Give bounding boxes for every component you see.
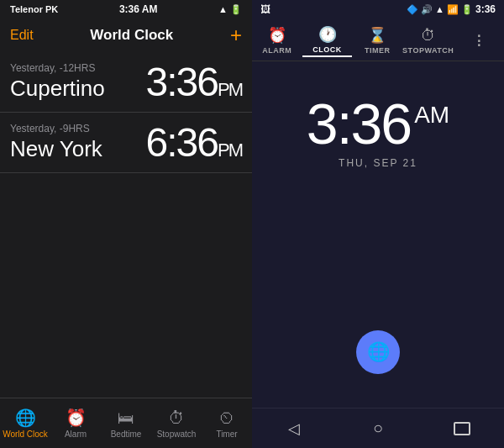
ios-nav-bar: Edit World Clock +: [0, 18, 252, 52]
newyork-ampm: PM: [218, 140, 242, 161]
android-clock-icon: 🕐: [318, 25, 337, 44]
android-volume-icon: 🔊: [421, 4, 433, 15]
world-clock-list: Yesterday, -12HRS Cupertino 3:36PM Yeste…: [0, 52, 252, 398]
battery-icon: 🔋: [230, 4, 242, 15]
status-time: 3:36 AM: [119, 3, 158, 15]
android-battery-icon: 🔋: [461, 4, 473, 15]
android-time-display: 3:36 AM: [307, 95, 449, 152]
tab-world-clock[interactable]: 🌐 World Clock: [0, 408, 50, 439]
tab-timer[interactable]: ⏲ Timer: [202, 408, 252, 439]
android-photo-icon: 🖼: [260, 3, 270, 15]
timer-icon: ⏲: [218, 408, 235, 428]
world-clock-title: World Clock: [90, 27, 173, 44]
home-button[interactable]: ○: [353, 419, 403, 438]
status-icons: ▲ 🔋: [218, 4, 242, 15]
bedtime-icon: 🛏: [118, 408, 134, 428]
newyork-city: New York: [10, 136, 102, 162]
add-clock-button[interactable]: +: [230, 25, 242, 45]
android-tab-clock[interactable]: 🕐 CLOCK: [302, 24, 353, 57]
android-clock-label: CLOCK: [312, 45, 342, 54]
ios-status-bar: Telenor PK 3:36 AM ▲ 🔋: [0, 0, 252, 18]
tab-alarm[interactable]: ⏰ Alarm: [50, 408, 101, 439]
carrier-label: Telenor PK: [10, 4, 58, 14]
ios-tab-bar: 🌐 World Clock ⏰ Alarm 🛏 Bedtime ⏱ Stopwa…: [0, 398, 252, 448]
android-fab[interactable]: 🌐: [356, 330, 400, 374]
cupertino-time: 3:36PM: [146, 59, 242, 105]
android-ampm-value: AM: [414, 103, 449, 127]
clock-item-cupertino: Yesterday, -12HRS Cupertino 3:36PM: [0, 52, 252, 113]
recent-button[interactable]: [437, 422, 487, 435]
right-panel: 🖼 🔷 🔊 ▲ 📶 🔋 3:36 ⏰ ALARM 🕐 CLOCK ⌛ TIMER…: [252, 0, 504, 448]
timer-tab-label: Timer: [216, 430, 237, 439]
stopwatch-tab-label: Stopwatch: [157, 430, 197, 439]
newyork-offset: Yesterday, -9HRS: [10, 123, 102, 134]
fab-globe-icon: 🌐: [367, 341, 390, 363]
tab-bedtime[interactable]: 🛏 Bedtime: [101, 408, 151, 439]
android-tab-stopwatch[interactable]: ⏱ STOPWATCH: [402, 25, 454, 56]
android-bluetooth-icon: 🔷: [407, 4, 418, 15]
back-icon: ◁: [288, 419, 300, 438]
android-nav-tabs: ⏰ ALARM 🕐 CLOCK ⌛ TIMER ⏱ STOPWATCH ⋮: [252, 18, 504, 61]
android-alarm-label: ALARM: [262, 46, 291, 55]
android-signal-icon: 📶: [447, 4, 459, 15]
wifi-icon: ▲: [218, 4, 228, 14]
cupertino-offset: Yesterday, -12HRS: [10, 62, 105, 74]
android-date: THU, SEP 21: [339, 157, 417, 169]
world-clock-icon: 🌐: [15, 408, 36, 428]
back-button[interactable]: ◁: [269, 419, 319, 438]
edit-button[interactable]: Edit: [10, 28, 34, 43]
android-tab-timer[interactable]: ⌛ TIMER: [352, 24, 402, 56]
newyork-time: 6:36PM: [146, 119, 242, 166]
android-status-bar: 🖼 🔷 🔊 ▲ 📶 🔋 3:36: [252, 0, 504, 18]
stopwatch-icon: ⏱: [168, 408, 185, 428]
alarm-icon: ⏰: [66, 408, 87, 428]
android-stopwatch-icon: ⏱: [421, 27, 436, 45]
newyork-time-value: 6:36: [146, 120, 218, 165]
android-wifi-icon: ▲: [435, 4, 444, 14]
cupertino-time-value: 3:36: [146, 60, 218, 104]
clock-item-newyork: Yesterday, -9HRS New York 6:36PM: [0, 113, 252, 173]
android-tab-alarm[interactable]: ⏰ ALARM: [252, 24, 302, 56]
world-clock-tab-label: World Clock: [3, 430, 48, 439]
home-icon: ○: [373, 419, 383, 438]
android-more-icon: ⋮: [472, 33, 486, 49]
android-clock-main: 3:36 AM THU, SEP 21 🌐: [252, 61, 504, 408]
alarm-tab-label: Alarm: [65, 430, 87, 439]
cupertino-ampm: PM: [218, 79, 242, 100]
android-timer-label: TIMER: [365, 46, 391, 55]
android-timer-icon: ⌛: [368, 26, 386, 45]
android-alarm-icon: ⏰: [268, 26, 286, 45]
cupertino-city: Cupertino: [10, 76, 105, 102]
android-stopwatch-label: STOPWATCH: [402, 46, 454, 55]
bedtime-tab-label: Bedtime: [111, 430, 142, 439]
tab-stopwatch[interactable]: ⏱ Stopwatch: [151, 408, 202, 439]
left-panel: Telenor PK 3:36 AM ▲ 🔋 Edit World Clock …: [0, 0, 252, 448]
android-status-right: 🔷 🔊 ▲ 📶 🔋 3:36: [407, 3, 496, 15]
android-time-value: 3:36: [307, 95, 411, 152]
newyork-item-left: Yesterday, -9HRS New York: [10, 123, 102, 162]
recent-icon: [454, 422, 470, 435]
android-status-left: 🖼: [260, 3, 270, 15]
clock-item-left: Yesterday, -12HRS Cupertino: [10, 62, 105, 102]
android-tab-menu[interactable]: ⋮: [454, 31, 504, 50]
android-bottom-nav: ◁ ○: [252, 408, 504, 448]
fab-button[interactable]: 🌐: [356, 330, 400, 374]
android-time: 3:36: [475, 3, 496, 15]
